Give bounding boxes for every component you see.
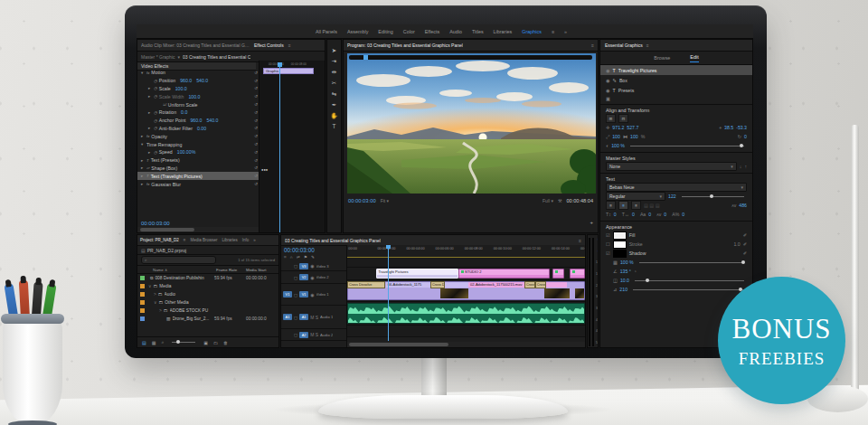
label-color-chip[interactable] — [140, 292, 145, 297]
track-header-v2[interactable]: ◻V2◉Video 2 — [281, 271, 346, 284]
style-download-icon[interactable]: ↓ — [740, 164, 742, 169]
anchor-x-value[interactable]: 38.5 — [724, 125, 733, 130]
effect-row[interactable]: ▸fxOpacity↺ — [137, 132, 260, 140]
workspace-tab-titles[interactable]: Titles — [472, 29, 484, 34]
workspace-overflow-icon[interactable]: » — [564, 29, 567, 34]
eye-icon[interactable]: ◉ — [310, 275, 314, 280]
tab-libraries[interactable]: Libraries — [222, 238, 237, 242]
workspace-tab-all-panels[interactable]: All Panels — [316, 29, 337, 34]
label-color-chip[interactable] — [140, 276, 145, 280]
panel-menu-icon[interactable]: ≡ — [184, 238, 186, 242]
reset-icon[interactable]: ↺ — [254, 158, 258, 163]
align-vertical-button[interactable]: ⊟ — [618, 114, 628, 123]
search-input[interactable]: ⌕ — [141, 256, 216, 264]
timeline-tool-icon-4[interactable]: ✎ — [311, 255, 315, 260]
effect-value[interactable]: 100.0 — [175, 86, 187, 91]
effect-value[interactable]: 0.0 — [181, 109, 187, 115]
track-header-v3[interactable]: ◻V3◉Video 3 — [281, 261, 346, 271]
reset-icon[interactable]: ↺ — [254, 174, 258, 178]
button-editor-plus[interactable]: + — [590, 220, 593, 225]
transition-cross-dissolve[interactable]: Cross D — [430, 281, 445, 288]
shadow-distance-slider[interactable] — [635, 280, 744, 281]
reset-icon[interactable]: ↺ — [254, 182, 258, 186]
project-row[interactable]: ∨🗀Other Media — [137, 298, 278, 307]
stopwatch-icon[interactable]: ◷ — [154, 110, 157, 115]
effect-row[interactable]: ☑Uniform Scale↺ — [137, 100, 260, 109]
twirl-icon[interactable]: ∨ — [148, 284, 152, 288]
panel-menu-icon[interactable]: ≡ — [579, 238, 581, 243]
effect-value[interactable]: 0.00 — [197, 126, 206, 131]
visibility-eye-icon[interactable]: ◉ — [606, 78, 610, 83]
shadow-opacity-slider[interactable] — [639, 262, 744, 263]
angle-dial[interactable]: ◔ — [634, 269, 637, 274]
hand-tool[interactable]: ✋ — [330, 112, 337, 118]
twirl-icon[interactable]: ▸ — [148, 86, 152, 90]
timeline-clip[interactable]: STUDIO 2 — [458, 269, 550, 279]
tab-browse[interactable]: Browse — [654, 55, 670, 61]
stopwatch-icon[interactable]: ◷ — [154, 150, 157, 155]
twirl-icon[interactable]: ▸ — [148, 126, 152, 130]
stopwatch-icon[interactable]: ◷ — [154, 79, 157, 83]
label-color-chip[interactable] — [140, 284, 145, 288]
program-monitor-title[interactable]: Program: 03 Creating Titles and Essentia… — [347, 42, 463, 48]
workspace-tab-effects[interactable]: Effects — [425, 29, 439, 34]
transition-cross-dissolve[interactable]: Cross Dissolve — [347, 281, 385, 288]
sequence-tab[interactable]: 03 Creating Titles and Essential Graphic… — [285, 238, 381, 243]
stopwatch-icon[interactable]: ◷ — [154, 94, 157, 99]
eye-icon[interactable]: ◉ — [310, 292, 314, 298]
slider-knob[interactable] — [646, 279, 649, 282]
shadow-angle[interactable]: ∠135 °◔ — [600, 267, 752, 276]
master-styles-dropdown[interactable]: None▾ — [606, 162, 737, 171]
tab-edit[interactable]: Edit — [690, 54, 698, 62]
tab-info[interactable]: Info — [242, 238, 250, 242]
twirl-icon[interactable]: ▾ — [141, 71, 145, 75]
timeline-tool-icon-0[interactable]: ⌗ — [284, 255, 287, 260]
graphics-layer-item[interactable]: ◉✎Box — [600, 75, 752, 85]
timeline-tool-icon-1[interactable]: ∩ — [290, 255, 293, 260]
effect-value[interactable]: 540.0 — [206, 118, 218, 123]
reset-icon[interactable]: ↺ — [254, 165, 258, 170]
mini-timeline-playhead[interactable] — [279, 62, 280, 232]
workspace-tab-editing[interactable]: Editing — [378, 29, 392, 34]
twirl-icon[interactable]: ▸ — [148, 110, 152, 115]
stopwatch-icon[interactable]: ◷ — [154, 86, 157, 90]
eye-icon[interactable]: ◉ — [310, 263, 314, 269]
reset-icon[interactable]: ↺ — [254, 118, 258, 123]
appearance-item-stroke[interactable]: ☐Stroke1.0✐ — [600, 240, 752, 249]
effect-row[interactable]: ◷Position960.0540.0↺ — [137, 77, 260, 85]
spacing-value[interactable]: 0 — [682, 212, 684, 217]
workspace-tab-libraries[interactable]: Libraries — [494, 29, 513, 34]
justify-icons[interactable]: ▤ ▤ ▤ — [644, 203, 660, 208]
shadow-distance-value[interactable]: 10.0 — [620, 278, 629, 283]
appearance-item-shadow[interactable]: ☑Shadow✐ — [600, 249, 752, 258]
effect-controls-mini-timeline[interactable]: 00:00:04:0000:00:08:00 Graphic ●●● — [259, 61, 325, 232]
track-target[interactable]: V2 — [299, 274, 308, 280]
twirl-icon[interactable]: ∨ — [154, 300, 157, 305]
keyframe-dots[interactable]: ●●● — [261, 167, 268, 172]
effect-row[interactable]: ◷Anchor Point960.0540.0↺ — [137, 117, 260, 125]
project-row[interactable]: ∨🗀Media — [137, 282, 278, 290]
tab-media-browser[interactable]: Media Browser — [190, 238, 217, 242]
link-scale-icon[interactable]: ⧓ — [623, 134, 627, 139]
track-target[interactable]: A2 — [299, 332, 308, 338]
track-lane-a1[interactable] — [347, 302, 585, 326]
column-header-media-start[interactable]: Media Start — [246, 268, 276, 272]
track-header-a2[interactable]: ◻A2M SAudio 2 — [281, 329, 346, 341]
tab-project-pr-nab-d2[interactable]: Project: PR_NAB_D2 — [140, 238, 179, 242]
twirl-icon[interactable]: ▸ — [148, 94, 152, 99]
effect-row[interactable]: ▸▱Shape (Box)↺ — [137, 165, 260, 173]
position-y-value[interactable]: 527.7 — [627, 125, 638, 130]
track-lane-v3[interactable] — [347, 258, 585, 268]
track-header-v1[interactable]: V1◻V1◉Video 1 — [281, 284, 346, 306]
graphics-layer-item[interactable]: ◉TPresets — [600, 85, 752, 95]
timeline-clip[interactable] — [570, 269, 585, 279]
footer-icon-2[interactable]: ⌕ — [161, 339, 164, 345]
transition-cross-dissolve[interactable]: Cross D — [524, 281, 535, 288]
anchor-y-value[interactable]: -53.3 — [736, 125, 747, 130]
track-lane-v2[interactable]: Travelight PicturesSTUDIO 2 — [347, 268, 585, 280]
selection-tool[interactable]: ➤ — [332, 47, 336, 53]
timeline-tool-icon-3[interactable]: ⚑ — [304, 255, 307, 260]
opacity-value[interactable]: 100 % — [611, 143, 625, 148]
visibility-eye-icon[interactable]: ◉ — [606, 88, 610, 93]
program-video-frame[interactable] — [347, 53, 596, 194]
